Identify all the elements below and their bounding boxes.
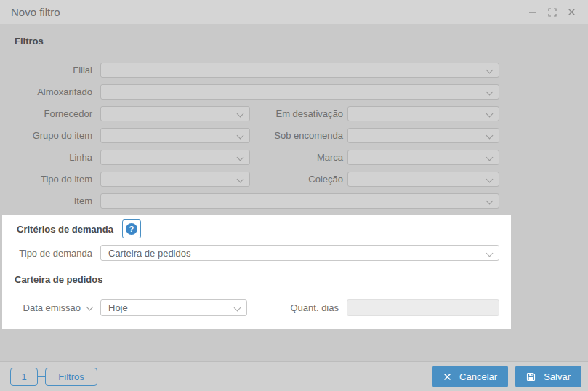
maximize-icon[interactable] <box>546 6 558 18</box>
criterios-section-title: Critérios de demanda <box>17 224 113 235</box>
chevron-down-icon <box>486 198 494 205</box>
fornecedor-label: Fornecedor <box>0 108 92 119</box>
chevron-down-icon <box>486 110 494 118</box>
quant-dias-label: Quant. dias <box>247 302 339 313</box>
dialog-title: Novo filtro <box>11 6 60 18</box>
colecao-label: Coleção <box>250 174 343 185</box>
almoxarifado-select[interactable] <box>100 84 499 100</box>
fornecedor-select[interactable] <box>100 106 250 121</box>
sob-encomenda-select[interactable] <box>347 128 499 143</box>
almoxarifado-row: Almoxarifado <box>0 84 588 100</box>
novo-filtro-dialog: Novo filtro Filtros Filial Almoxarifado <box>0 0 588 391</box>
close-x-icon <box>443 373 451 381</box>
filtros-tab-button[interactable]: Filtros <box>45 368 97 386</box>
chevron-down-icon <box>86 303 94 310</box>
tipo-do-item-label: Tipo do item <box>0 174 92 185</box>
marca-label: Marca <box>250 152 343 163</box>
linha-select[interactable] <box>100 150 250 165</box>
chevron-down-icon <box>486 176 494 183</box>
help-button[interactable]: ? <box>122 219 141 238</box>
tipo-de-demanda-value: Carteira de pedidos <box>108 248 190 259</box>
colecao-select[interactable] <box>347 172 499 187</box>
criterios-header: Critérios de demanda ? <box>17 219 511 238</box>
footer-bar: 1 Filtros Cancelar Salvar <box>0 361 588 391</box>
data-emissao-label: Data emissão <box>23 302 81 313</box>
chevron-down-icon <box>237 110 244 118</box>
save-button[interactable]: Salvar <box>515 366 581 387</box>
tipo-do-item-select[interactable] <box>100 172 250 187</box>
chevron-down-icon <box>486 67 494 74</box>
close-icon[interactable] <box>565 6 578 18</box>
tipo-de-demanda-select[interactable]: Carteira de pedidos <box>100 245 499 261</box>
cancel-button-label: Cancelar <box>459 371 497 382</box>
step-connector <box>38 376 45 377</box>
chevron-down-icon <box>486 89 494 96</box>
chevron-down-icon <box>237 132 244 140</box>
linha-label: Linha <box>0 152 92 163</box>
tipo-do-item-row: Tipo do item Coleção <box>0 172 588 187</box>
minimize-icon[interactable] <box>526 6 539 18</box>
save-floppy-icon <box>526 372 536 382</box>
window-controls <box>526 6 578 18</box>
em-desativacao-select[interactable] <box>347 106 499 121</box>
tipo-de-demanda-label: Tipo de demanda <box>2 248 92 259</box>
item-label: Item <box>0 196 92 206</box>
criterios-de-demanda-panel: Critérios de demanda ? Tipo de demanda C… <box>2 215 511 329</box>
data-emissao-field-selector[interactable]: Data emissão <box>2 302 92 313</box>
item-select[interactable] <box>100 193 499 209</box>
almoxarifado-label: Almoxarifado <box>0 86 92 97</box>
data-emissao-row: Data emissão Hoje Quant. dias <box>2 299 511 316</box>
grupo-do-item-label: Grupo do item <box>0 130 92 141</box>
cancel-button[interactable]: Cancelar <box>432 366 508 387</box>
grupo-do-item-row: Grupo do item Sob encomenda <box>0 128 588 143</box>
filtros-section-title: Filtros <box>15 36 588 47</box>
question-mark-icon: ? <box>126 223 137 235</box>
sob-encomenda-label: Sob encomenda <box>250 130 343 141</box>
chevron-down-icon <box>237 154 244 161</box>
chevron-down-icon <box>486 250 494 257</box>
linha-row: Linha Marca <box>0 150 588 165</box>
data-emissao-select[interactable]: Hoje <box>100 299 247 316</box>
grupo-do-item-select[interactable] <box>100 128 250 143</box>
chevron-down-icon <box>237 176 244 183</box>
filial-select[interactable] <box>100 63 499 78</box>
step-1-button[interactable]: 1 <box>10 368 38 386</box>
filial-label: Filial <box>0 65 92 76</box>
item-row: Item <box>0 193 588 209</box>
em-desativacao-label: Em desativação <box>250 108 343 119</box>
filial-row: Filial <box>0 63 588 78</box>
save-button-label: Salvar <box>544 371 571 382</box>
carteira-de-pedidos-title: Carteira de pedidos <box>15 274 511 285</box>
chevron-down-icon <box>234 305 241 312</box>
chevron-down-icon <box>486 154 494 161</box>
titlebar: Novo filtro <box>0 0 588 24</box>
data-emissao-value: Hoje <box>108 302 128 313</box>
fornecedor-row: Fornecedor Em desativação <box>0 106 588 121</box>
tipo-de-demanda-row: Tipo de demanda Carteira de pedidos <box>2 245 511 261</box>
chevron-down-icon <box>486 132 494 140</box>
quant-dias-input[interactable] <box>347 299 499 316</box>
marca-select[interactable] <box>347 150 499 165</box>
